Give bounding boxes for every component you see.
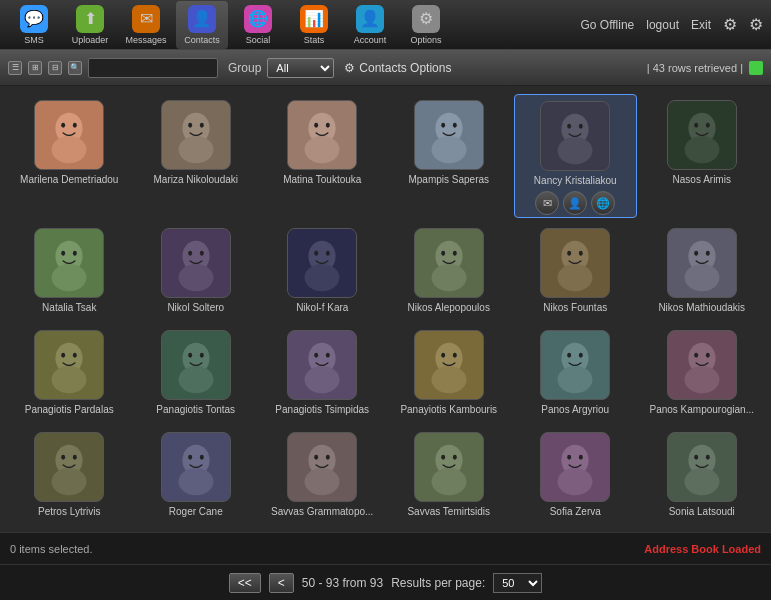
svg-point-9 <box>178 136 213 163</box>
svg-point-34 <box>52 264 87 291</box>
first-page-button[interactable]: << <box>229 573 261 593</box>
svg-point-82 <box>567 353 571 358</box>
contacts-options-button[interactable]: ⚙ Contacts Options <box>344 61 451 75</box>
svg-point-79 <box>431 366 466 393</box>
contact-item[interactable]: Nikol-f Kara <box>261 222 384 320</box>
svg-point-53 <box>579 251 583 256</box>
contact-item[interactable]: Nikos Mathioudakis <box>641 222 764 320</box>
svg-point-117 <box>694 455 698 460</box>
nav-item-uploader[interactable]: ⬆ Uploader <box>64 1 116 49</box>
go-offline-link[interactable]: Go Offline <box>580 18 634 32</box>
prev-page-button[interactable]: < <box>269 573 294 593</box>
contact-item[interactable]: Panagiotis Tsimpidas <box>261 324 384 422</box>
nav-label-options: Options <box>410 35 441 45</box>
pagination-range: 50 - 93 from 93 <box>302 576 383 590</box>
contact-name: Natalia Tsak <box>42 302 96 314</box>
settings-extra-icon[interactable]: ⚙ <box>749 15 763 34</box>
svg-point-2 <box>61 123 65 128</box>
contact-item[interactable]: Panayiotis Kambouris <box>388 324 511 422</box>
address-book-loaded-label: Address Book Loaded <box>644 543 761 555</box>
contact-item[interactable]: Matina Touktouka <box>261 94 384 218</box>
view-toggle-icon4[interactable]: 🔍 <box>68 61 82 75</box>
svg-point-29 <box>684 136 719 163</box>
nav-item-stats[interactable]: 📊 Stats <box>288 1 340 49</box>
contact-name: Sofia Zerva <box>550 506 601 518</box>
svg-point-118 <box>706 455 710 460</box>
contact-item[interactable]: Panos Argyriou <box>514 324 637 422</box>
view-toggle-grid-icon[interactable]: ⊞ <box>28 61 42 75</box>
nav-item-sms[interactable]: 💬 SMS <box>8 1 60 49</box>
contact-item[interactable]: Panagiotis Pardalas <box>8 324 131 422</box>
status-indicator <box>749 61 763 75</box>
contact-item[interactable]: Petros Lytrivis <box>8 426 131 524</box>
contact-item[interactable]: Natalia Tsak <box>8 222 131 320</box>
svg-point-119 <box>684 468 719 495</box>
svg-point-114 <box>558 468 593 495</box>
avatar <box>667 100 737 170</box>
contact-item[interactable]: Nancy Kristaliakou✉👤🌐 <box>514 94 637 218</box>
contact-item[interactable]: Savvas Temirtsidis <box>388 426 511 524</box>
contact-action-0[interactable]: ✉ <box>535 191 559 215</box>
sms-icon: 💬 <box>20 5 48 33</box>
nav-label-sms: SMS <box>24 35 44 45</box>
nav-label-contacts: Contacts <box>184 35 220 45</box>
contacts-icon: 👤 <box>188 5 216 33</box>
avatar <box>34 432 104 502</box>
contact-item[interactable]: Panos Kampourogian... <box>641 324 764 422</box>
contact-item[interactable]: Mpampis Saperas <box>388 94 511 218</box>
nav-item-messages[interactable]: ✉ Messages <box>120 1 172 49</box>
avatar <box>161 100 231 170</box>
avatar <box>667 432 737 502</box>
contact-action-2[interactable]: 🌐 <box>591 191 615 215</box>
svg-point-108 <box>453 455 457 460</box>
svg-point-68 <box>200 353 204 358</box>
contact-item[interactable]: Marilena Demetriadou <box>8 94 131 218</box>
contact-item[interactable]: Mariza Nikoloudaki <box>135 94 258 218</box>
svg-point-109 <box>431 468 466 495</box>
contact-name: Nikos Fountas <box>543 302 607 314</box>
group-select[interactable]: All Family Friends Work <box>267 58 334 78</box>
svg-point-3 <box>73 123 77 128</box>
settings-gear-icon[interactable]: ⚙ <box>723 15 737 34</box>
exit-link[interactable]: Exit <box>691 18 711 32</box>
view-toggle-icon3[interactable]: ⊟ <box>48 61 62 75</box>
contact-item[interactable]: Savvas Grammatopo... <box>261 426 384 524</box>
contact-name: Nikol-f Kara <box>296 302 348 314</box>
contact-item[interactable]: Panagiotis Tontas <box>135 324 258 422</box>
contact-name: Panagiotis Tontas <box>156 404 235 416</box>
svg-point-107 <box>441 455 445 460</box>
nav-item-options[interactable]: ⚙ Options <box>400 1 452 49</box>
nav-item-contacts[interactable]: 👤 Contacts <box>176 1 228 49</box>
contact-name: Panos Kampourogian... <box>649 404 754 416</box>
svg-point-4 <box>52 136 87 163</box>
search-input[interactable] <box>88 58 218 78</box>
contact-name: Nikol Soltero <box>167 302 224 314</box>
svg-point-93 <box>73 455 77 460</box>
contact-item[interactable]: Sonia Latsoudi <box>641 426 764 524</box>
contact-name: Panagiotis Tsimpidas <box>275 404 369 416</box>
contact-item[interactable]: Roger Cane <box>135 426 258 524</box>
contact-item[interactable]: Nikos Alepopoulos <box>388 222 511 320</box>
avatar <box>161 432 231 502</box>
nav-item-account[interactable]: 👤 Account <box>344 1 396 49</box>
view-toggle-list-icon[interactable]: ☰ <box>8 61 22 75</box>
svg-point-77 <box>441 353 445 358</box>
svg-point-24 <box>558 137 593 164</box>
nav-label-account: Account <box>354 35 387 45</box>
contact-item[interactable]: Nikol Soltero <box>135 222 258 320</box>
svg-point-7 <box>188 123 192 128</box>
nav-item-social[interactable]: 🌐 Social <box>232 1 284 49</box>
svg-point-28 <box>706 123 710 128</box>
logout-link[interactable]: logout <box>646 18 679 32</box>
contact-action-1[interactable]: 👤 <box>563 191 587 215</box>
contact-item[interactable]: Nikos Fountas <box>514 222 637 320</box>
svg-point-92 <box>61 455 65 460</box>
per-page-select[interactable]: 10 25 50 100 <box>493 573 542 593</box>
svg-point-103 <box>326 455 330 460</box>
contact-item[interactable]: Sofia Zerva <box>514 426 637 524</box>
avatar <box>414 100 484 170</box>
avatar <box>414 432 484 502</box>
contact-item[interactable]: Nasos Arimis <box>641 94 764 218</box>
avatar <box>540 101 610 171</box>
svg-point-54 <box>558 264 593 291</box>
